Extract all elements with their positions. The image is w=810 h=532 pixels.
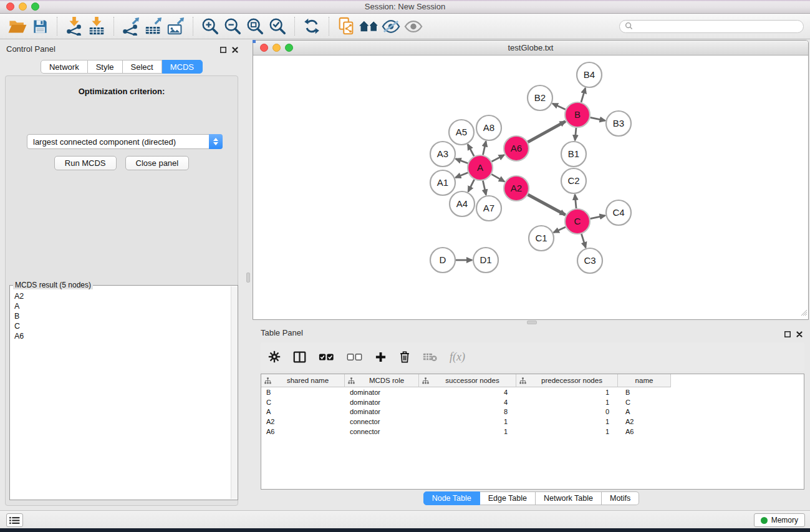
result-item[interactable]: A: [14, 301, 230, 311]
node-A5[interactable]: A5: [449, 120, 474, 145]
first-neighbors-icon[interactable]: [357, 16, 380, 37]
table-cell[interactable]: 1: [516, 399, 618, 406]
table-cell[interactable]: 8: [419, 408, 516, 415]
tab-select[interactable]: Select: [123, 60, 162, 74]
table-cell[interactable]: dominator: [345, 399, 419, 406]
node-D1[interactable]: D1: [473, 248, 498, 273]
import-table-icon[interactable]: [85, 16, 108, 37]
float-panel-icon[interactable]: [220, 44, 226, 56]
table-cell[interactable]: B: [618, 389, 671, 396]
vertical-splitter-handle[interactable]: [246, 273, 250, 283]
table-cell[interactable]: B: [261, 389, 345, 396]
result-item[interactable]: A2: [14, 291, 230, 301]
table-cell[interactable]: A: [618, 408, 671, 415]
node-D[interactable]: D: [430, 248, 455, 273]
tab-network[interactable]: Network: [41, 60, 88, 74]
table-cell[interactable]: 0: [516, 408, 618, 415]
import-network-icon[interactable]: [63, 16, 85, 37]
task-list-button[interactable]: [6, 513, 23, 527]
table-cell[interactable]: 1: [419, 428, 516, 435]
close-table-panel-icon[interactable]: [796, 329, 803, 340]
table-row[interactable]: Bdominator41B: [261, 387, 804, 397]
clone-network-icon[interactable]: [335, 16, 357, 37]
table-cell[interactable]: connector: [345, 428, 419, 435]
close-panel-icon[interactable]: [232, 44, 238, 56]
float-table-panel-icon[interactable]: [784, 329, 791, 340]
edge-C-C2[interactable]: [575, 195, 576, 208]
run-mcds-button[interactable]: Run MCDS: [54, 156, 117, 170]
edge-B-B3[interactable]: [591, 117, 605, 120]
node-C2[interactable]: C2: [561, 168, 586, 193]
network-window-titlebar[interactable]: testGlobe.txt: [253, 41, 808, 56]
table-cell[interactable]: dominator: [345, 408, 419, 415]
node-A4[interactable]: A4: [450, 191, 475, 216]
edge-C-C4[interactable]: [591, 216, 605, 219]
edge-A-A5[interactable]: [468, 145, 474, 157]
table-cell[interactable]: 4: [419, 399, 516, 406]
table-row[interactable]: A2connector11A2: [261, 417, 804, 427]
select-all-icon[interactable]: [319, 353, 334, 361]
table-row[interactable]: A6connector11A6: [261, 427, 804, 437]
export-image-icon[interactable]: [165, 16, 187, 37]
edge-C-C1[interactable]: [554, 227, 566, 233]
node-B3[interactable]: B3: [606, 111, 631, 136]
node-A7[interactable]: A7: [476, 196, 501, 221]
add-column-icon[interactable]: [375, 351, 387, 363]
open-session-icon[interactable]: [6, 16, 29, 37]
edge-A-A6[interactable]: [492, 155, 504, 162]
network-close-button[interactable]: [260, 44, 268, 52]
split-view-icon[interactable]: [293, 351, 306, 364]
deselect-all-icon[interactable]: [347, 353, 362, 361]
edge-A2-C[interactable]: [528, 195, 566, 215]
node-C1[interactable]: C1: [529, 226, 554, 251]
table-cell[interactable]: C: [261, 399, 345, 406]
zoom-out-icon[interactable]: [221, 16, 244, 37]
node-A[interactable]: A: [468, 155, 493, 180]
node-C3[interactable]: C3: [577, 248, 602, 273]
save-session-icon[interactable]: [29, 16, 51, 37]
node-C4[interactable]: C4: [606, 200, 631, 225]
edge-B-B2[interactable]: [552, 104, 566, 109]
column-header-name[interactable]: name: [618, 374, 671, 387]
edge-A-A3[interactable]: [456, 159, 468, 163]
table-cell[interactable]: 1: [516, 428, 618, 435]
edge-A-A8[interactable]: [483, 142, 486, 155]
node-B1[interactable]: B1: [561, 142, 586, 167]
edge-A-A1[interactable]: [455, 173, 468, 178]
edge-A-A4[interactable]: [468, 180, 475, 192]
node-B2[interactable]: B2: [528, 85, 552, 110]
table-cell[interactable]: A6: [261, 428, 345, 435]
edge-C-C3[interactable]: [581, 234, 586, 248]
edge-B-B4[interactable]: [581, 88, 586, 102]
table-cell[interactable]: A2: [261, 418, 345, 425]
table-cell[interactable]: 1: [516, 389, 618, 396]
show-all-icon[interactable]: [402, 16, 425, 37]
optimization-criterion-select[interactable]: largest connected component (directed): [27, 134, 223, 149]
tab-edge-table[interactable]: Edge Table: [480, 491, 536, 505]
table-cell[interactable]: A6: [618, 428, 671, 435]
tab-style[interactable]: Style: [88, 60, 123, 74]
search-input[interactable]: [636, 22, 798, 31]
edge-A6-B[interactable]: [528, 122, 565, 142]
column-header-successor-nodes[interactable]: successor nodes: [419, 374, 516, 387]
node-A8[interactable]: A8: [476, 115, 501, 140]
edge-A-A7[interactable]: [483, 181, 486, 195]
network-zoom-button[interactable]: [285, 44, 293, 52]
resize-grip-icon[interactable]: [800, 307, 808, 319]
result-item[interactable]: B: [14, 311, 230, 321]
table-cell[interactable]: dominator: [345, 389, 419, 396]
delete-column-icon[interactable]: [399, 351, 410, 363]
node-A1[interactable]: A1: [430, 170, 455, 195]
zoom-selected-icon[interactable]: [266, 16, 289, 37]
edge-A-A2[interactable]: [491, 174, 504, 181]
table-cell[interactable]: 1: [516, 418, 618, 425]
export-network-icon[interactable]: [120, 16, 142, 37]
network-graph[interactable]: B4B2BB3A8A5A6A3B1AA1C2A2A4A7C4CC1C3DD1: [253, 56, 808, 319]
table-cell[interactable]: C: [618, 399, 671, 406]
tab-network-table[interactable]: Network Table: [536, 491, 602, 505]
node-B4[interactable]: B4: [577, 62, 602, 87]
table-cell[interactable]: A: [261, 408, 345, 415]
column-header-shared-name[interactable]: shared name: [261, 374, 345, 387]
tab-mcds[interactable]: MCDS: [162, 60, 203, 74]
table-row[interactable]: Adominator80A: [261, 407, 804, 417]
